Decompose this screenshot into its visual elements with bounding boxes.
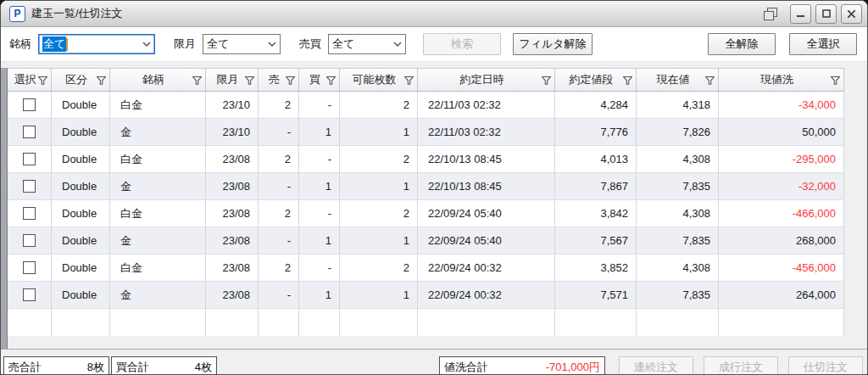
empty-row xyxy=(8,309,844,336)
side-select[interactable]: 全て xyxy=(328,34,406,54)
row-checkbox[interactable] xyxy=(23,234,36,247)
table-row[interactable]: Double金23/08-1122/10/13 08:457,8677,835-… xyxy=(8,173,844,200)
row-checkbox[interactable] xyxy=(23,207,36,220)
row-checkbox[interactable] xyxy=(23,126,36,138)
cell-pnl: -295,000 xyxy=(719,146,844,173)
empty-cell xyxy=(299,309,340,336)
row-checkbox[interactable] xyxy=(23,98,36,111)
column-header-buy[interactable]: 買 xyxy=(299,68,340,92)
table-row[interactable]: Double金23/08-1122/09/24 05:407,5677,8352… xyxy=(8,227,844,255)
cell-current: 7,835 xyxy=(637,227,719,255)
cell-current: 4,308 xyxy=(637,146,719,173)
empty-cell xyxy=(8,309,52,336)
cell-qty: 1 xyxy=(340,282,418,309)
cell-select xyxy=(8,282,52,309)
minimize-icon xyxy=(797,10,804,18)
row-checkbox[interactable] xyxy=(23,153,36,165)
table-row[interactable]: Double白金23/082-222/09/24 05:403,8424,308… xyxy=(8,200,844,227)
filter-funnel-icon[interactable] xyxy=(705,76,715,85)
column-header-gengetsu[interactable]: 限月 xyxy=(206,68,259,92)
table-row[interactable]: Double白金23/082-222/09/24 00:323,8524,308… xyxy=(8,255,844,282)
grid-row-margin xyxy=(1,68,8,349)
column-header-meigara[interactable]: 銘柄 xyxy=(110,68,206,92)
cell-qty: 2 xyxy=(340,92,418,119)
cell-meigara: 金 xyxy=(110,282,206,309)
filter-funnel-icon[interactable] xyxy=(542,76,551,85)
cell-current: 7,835 xyxy=(637,173,719,200)
maximize-button[interactable] xyxy=(815,4,837,24)
positions-table: 選択区分銘柄限月売買可能枚数約定日時約定値段現在値現値洗Double白金23/1… xyxy=(8,68,844,349)
column-header-qty[interactable]: 可能枚数 xyxy=(340,68,418,92)
cell-select xyxy=(8,146,52,173)
cell-datetime: 22/09/24 05:40 xyxy=(418,227,555,255)
cell-qty: 1 xyxy=(340,173,418,200)
row-checkbox[interactable] xyxy=(23,180,36,193)
column-header-current[interactable]: 現在値 xyxy=(637,68,719,92)
column-header-kubun[interactable]: 区分 xyxy=(52,68,110,92)
filter-funnel-icon[interactable] xyxy=(326,76,336,85)
chevron-down-icon xyxy=(388,42,402,47)
cell-kubun: Double xyxy=(52,200,110,227)
cell-sell: 2 xyxy=(259,255,299,282)
row-checkbox[interactable] xyxy=(23,288,36,301)
filter-funnel-icon[interactable] xyxy=(245,76,254,85)
brand-label: 銘柄 xyxy=(9,36,31,52)
cell-gengetsu: 23/08 xyxy=(206,146,259,173)
title-bar: P 建玉一覧/仕切注文 xyxy=(1,1,867,27)
cell-kubun: Double xyxy=(52,92,110,119)
filter-funnel-icon[interactable] xyxy=(286,76,295,85)
sell-total-value: 8枚 xyxy=(87,360,104,375)
filter-funnel-icon[interactable] xyxy=(38,76,47,85)
row-checkbox[interactable] xyxy=(23,261,36,274)
cell-pnl: 264,000 xyxy=(719,282,844,309)
empty-cell xyxy=(555,309,637,336)
cascade-windows-icon[interactable] xyxy=(762,6,779,21)
cell-sell: 2 xyxy=(259,200,299,227)
table-row[interactable]: Double金23/08-1122/09/24 00:327,5717,8352… xyxy=(8,282,844,309)
cell-buy: 1 xyxy=(299,282,340,309)
column-header-select[interactable]: 選択 xyxy=(8,68,52,92)
app-icon: P xyxy=(9,6,25,22)
cell-pnl: 268,000 xyxy=(719,227,844,255)
filter-funnel-icon[interactable] xyxy=(623,76,632,85)
cell-current: 7,826 xyxy=(637,119,719,146)
cell-sell: 2 xyxy=(259,92,299,119)
close-button[interactable] xyxy=(841,4,862,24)
cell-select xyxy=(8,255,52,282)
cell-select xyxy=(8,227,52,255)
deselect-all-button[interactable]: 全解除 xyxy=(708,33,776,55)
filter-funnel-icon[interactable] xyxy=(404,76,414,85)
cell-price: 7,567 xyxy=(555,227,637,255)
table-row[interactable]: Double金23/10-1122/11/03 02:327,7767,8265… xyxy=(8,119,844,146)
clear-filter-button[interactable]: フィルタ解除 xyxy=(513,33,593,55)
cell-meigara: 白金 xyxy=(110,146,206,173)
cell-price: 7,571 xyxy=(555,282,637,309)
column-header-sell[interactable]: 売 xyxy=(259,68,299,92)
cell-qty: 2 xyxy=(340,146,418,173)
side-label: 売買 xyxy=(299,36,321,52)
empty-cell xyxy=(418,309,555,336)
column-header-pnl[interactable]: 現値洗 xyxy=(719,68,844,92)
filter-funnel-icon[interactable] xyxy=(97,76,106,85)
cell-select xyxy=(8,200,52,227)
filter-funnel-icon[interactable] xyxy=(192,76,202,85)
filter-toolbar: 銘柄 全て 限月 全て 売買 全て 検索 フィルタ解除 全解除 全選択 xyxy=(1,27,867,62)
column-header-label: 約定日時 xyxy=(418,72,554,87)
table-row[interactable]: Double白金23/102-222/11/03 02:324,2844,318… xyxy=(8,92,844,119)
minimize-button[interactable] xyxy=(790,4,811,24)
cell-meigara: 金 xyxy=(110,173,206,200)
cell-pnl: 50,000 xyxy=(719,119,844,146)
brand-select[interactable]: 全て xyxy=(38,34,155,54)
month-label: 限月 xyxy=(174,36,196,52)
cell-buy: 1 xyxy=(299,227,340,255)
cell-meigara: 白金 xyxy=(110,92,206,119)
cell-buy: - xyxy=(299,146,340,173)
filter-funnel-icon[interactable] xyxy=(831,76,840,85)
month-select[interactable]: 全て xyxy=(203,34,281,54)
column-header-datetime[interactable]: 約定日時 xyxy=(418,68,555,92)
table-row[interactable]: Double白金23/082-222/10/13 08:454,0134,308… xyxy=(8,146,844,173)
brand-select-value: 全て xyxy=(42,36,66,52)
column-header-price[interactable]: 約定値段 xyxy=(555,68,637,92)
cell-current: 4,308 xyxy=(637,255,719,282)
select-all-button[interactable]: 全選択 xyxy=(789,33,857,55)
